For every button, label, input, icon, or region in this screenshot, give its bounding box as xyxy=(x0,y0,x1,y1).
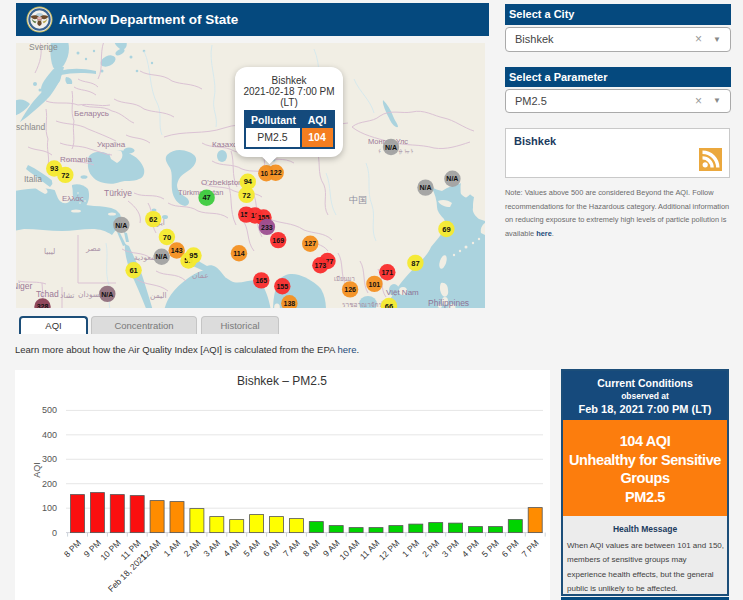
svg-text:72: 72 xyxy=(61,171,69,180)
svg-text:Niger: Niger xyxy=(16,281,32,291)
svg-text:1 PM: 1 PM xyxy=(400,538,421,559)
svg-text:N/A: N/A xyxy=(156,253,168,260)
svg-text:3 PM: 3 PM xyxy=(440,538,461,559)
svg-text:95: 95 xyxy=(189,251,197,260)
svg-text:138: 138 xyxy=(284,300,296,307)
svg-text:5 PM: 5 PM xyxy=(480,538,501,559)
svg-text:11 AM: 11 AM xyxy=(358,538,382,562)
svg-text:Україна: Україна xyxy=(97,140,126,149)
svg-text:O'zbekiston: O'zbekiston xyxy=(201,178,243,187)
svg-text:Tchad: Tchad xyxy=(36,289,59,299)
svg-text:126: 126 xyxy=(344,286,356,293)
svg-text:5 AM: 5 AM xyxy=(241,538,262,559)
svg-text:N/A: N/A xyxy=(385,144,397,151)
svg-text:N/A: N/A xyxy=(115,222,127,229)
svg-text:101: 101 xyxy=(369,281,381,288)
svg-text:8 PM: 8 PM xyxy=(62,538,83,559)
svg-text:10 PM: 10 PM xyxy=(98,538,122,562)
svg-text:Türkiye: Türkiye xyxy=(104,188,132,198)
svg-text:7 AM: 7 AM xyxy=(281,538,302,559)
svg-text:300: 300 xyxy=(42,454,57,464)
svg-text:69: 69 xyxy=(442,225,450,234)
svg-text:N/A: N/A xyxy=(419,184,431,191)
svg-text:233: 233 xyxy=(261,224,273,231)
svg-text:ليبيا: ليبيا xyxy=(44,247,55,256)
svg-text:Беларусь: Беларусь xyxy=(74,109,109,118)
svg-text:中国: 中国 xyxy=(349,195,367,205)
svg-text:7 PM: 7 PM xyxy=(520,538,541,559)
svg-text:Deutschland: Deutschland xyxy=(16,122,46,132)
svg-text:169: 169 xyxy=(272,237,284,244)
svg-text:2 AM: 2 AM xyxy=(182,538,203,559)
svg-text:3 AM: 3 AM xyxy=(201,538,222,559)
svg-text:N/A: N/A xyxy=(101,291,113,298)
svg-text:عمان: عمان xyxy=(192,271,209,280)
svg-text:0: 0 xyxy=(52,528,57,538)
svg-text:AQI: AQI xyxy=(32,462,42,478)
svg-text:Philippines: Philippines xyxy=(428,298,469,308)
svg-text:173: 173 xyxy=(315,262,327,269)
svg-text:Sverige: Sverige xyxy=(29,43,58,52)
svg-text:2 PM: 2 PM xyxy=(420,538,441,559)
svg-text:171: 171 xyxy=(381,269,393,276)
svg-text:94: 94 xyxy=(244,177,253,186)
svg-text:127: 127 xyxy=(304,240,316,247)
svg-text:مصر: مصر xyxy=(85,244,101,253)
svg-text:400: 400 xyxy=(42,430,57,440)
svg-text:Ελλάς: Ελλάς xyxy=(62,194,84,203)
svg-text:200: 200 xyxy=(42,479,57,489)
svg-text:เมียนมา: เมียนมา xyxy=(334,275,355,282)
svg-text:72: 72 xyxy=(242,191,250,200)
svg-text:100: 100 xyxy=(42,503,57,513)
svg-text:47: 47 xyxy=(202,193,210,202)
svg-text:4 AM: 4 AM xyxy=(221,538,242,559)
svg-text:Italia: Italia xyxy=(24,174,42,184)
svg-text:66: 66 xyxy=(385,302,393,308)
svg-text:12 PM: 12 PM xyxy=(377,538,401,562)
svg-text:62: 62 xyxy=(149,215,157,224)
svg-text:N/A: N/A xyxy=(446,175,458,182)
svg-text:165: 165 xyxy=(255,277,267,284)
svg-text:93: 93 xyxy=(50,164,58,173)
svg-text:1 AM: 1 AM xyxy=(162,538,183,559)
svg-text:155: 155 xyxy=(276,283,288,290)
svg-text:6 PM: 6 PM xyxy=(500,538,521,559)
svg-text:4 PM: 4 PM xyxy=(460,538,481,559)
svg-text:تشاد: تشاد xyxy=(60,291,74,300)
svg-text:87: 87 xyxy=(411,259,419,268)
svg-text:328: 328 xyxy=(37,303,49,308)
svg-text:70: 70 xyxy=(163,233,171,242)
svg-text:143: 143 xyxy=(171,247,183,254)
svg-text:61: 61 xyxy=(129,266,137,275)
svg-text:500: 500 xyxy=(42,405,57,415)
svg-text:8 AM: 8 AM xyxy=(301,538,322,559)
svg-text:6 AM: 6 AM xyxy=(261,538,282,559)
svg-text:Bishkek – PM2.5: Bishkek – PM2.5 xyxy=(237,374,327,388)
svg-text:10 AM: 10 AM xyxy=(337,538,361,562)
svg-text:114: 114 xyxy=(233,250,244,257)
svg-text:Việt Nam: Việt Nam xyxy=(386,288,419,297)
svg-text:122: 122 xyxy=(270,169,282,176)
svg-text:Romania: Romania xyxy=(60,155,93,164)
svg-text:اليمن: اليمن xyxy=(150,291,167,300)
